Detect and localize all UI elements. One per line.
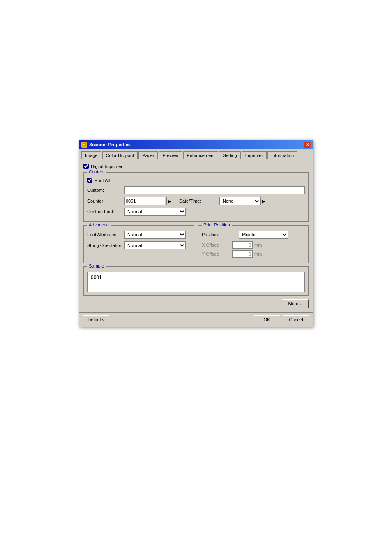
- sample-display: 0001: [87, 272, 305, 292]
- custom-font-label: Custom Font:: [87, 209, 124, 214]
- position-select[interactable]: Front Middle End: [239, 231, 288, 239]
- datetime-arrow-button[interactable]: ▶: [261, 197, 267, 205]
- position-row: Position: Front Middle End: [202, 231, 305, 239]
- cancel-button[interactable]: Cancel: [283, 315, 309, 324]
- tab-paper[interactable]: Paper: [138, 151, 158, 159]
- tab-preview[interactable]: Preview: [159, 151, 182, 159]
- digital-imprinter-checkbox[interactable]: [83, 164, 89, 169]
- string-orientation-label: String Orientation:: [87, 243, 124, 248]
- title-bar-left: Scanner Properties: [81, 142, 131, 148]
- bottom-divider: [0, 516, 392, 516]
- print-all-label: Print All: [95, 178, 110, 183]
- close-button[interactable]: ✕: [304, 142, 311, 148]
- advanced-print-row: Advanced Font Attributes: Normal Bold It…: [83, 225, 309, 266]
- y-offset-row: Y Offset: mm: [202, 250, 305, 258]
- advanced-group-label: Advanced: [87, 222, 111, 227]
- string-orientation-select[interactable]: Normal Rotated: [124, 241, 186, 249]
- y-offset-unit: mm: [254, 251, 262, 256]
- datetime-select[interactable]: None YYYY/MM/DD MM/DD/YYYY DD/MM/YYYY: [219, 197, 261, 205]
- string-orientation-row: String Orientation: Normal Rotated: [87, 241, 190, 249]
- custom-font-row: Custom Font: Normal Large Larger Extra L…: [87, 208, 305, 216]
- x-offset-input[interactable]: [232, 241, 253, 249]
- more-button-row: More...: [83, 299, 309, 308]
- scanner-properties-dialog: Scanner Properties ✕ Image Color Dropout…: [79, 140, 313, 327]
- custom-input[interactable]: [124, 186, 305, 194]
- digital-imprinter-label: Digital Imprinter: [91, 164, 122, 169]
- app-icon: [81, 142, 87, 148]
- counter-control: ▶: [124, 197, 173, 205]
- position-label: Position:: [202, 232, 239, 237]
- more-button[interactable]: More...: [282, 299, 309, 308]
- content-group: Content Print All Custom:: [83, 172, 309, 222]
- tab-imprinter[interactable]: Imprinter: [242, 151, 267, 159]
- tab-color-dropout[interactable]: Color Dropout: [102, 151, 138, 159]
- print-position-group-label: Print Position: [202, 222, 232, 227]
- font-attributes-label: Font Attributes:: [87, 232, 124, 237]
- tab-enhancement[interactable]: Enhancement: [183, 151, 219, 159]
- top-divider: [0, 66, 392, 66]
- tab-information[interactable]: Information: [267, 151, 297, 159]
- counter-arrow-button[interactable]: ▶: [166, 197, 173, 205]
- sample-group: Sample 0001: [83, 266, 309, 296]
- x-offset-label: X Offset:: [202, 242, 231, 247]
- datetime-select-control: None YYYY/MM/DD MM/DD/YYYY DD/MM/YYYY ▶: [219, 197, 267, 205]
- digital-imprinter-row: Digital Imprinter: [83, 164, 309, 169]
- y-offset-label: Y Offset:: [202, 251, 231, 256]
- x-offset-row: X Offset: mm: [202, 241, 305, 249]
- defaults-button[interactable]: Defaults: [83, 315, 109, 324]
- tabs-bar: Image Color Dropout Paper Preview Enhanc…: [79, 149, 313, 159]
- custom-font-select[interactable]: Normal Large Larger Extra Large: [124, 208, 186, 216]
- dialog-footer: Defaults OK Cancel: [79, 312, 313, 327]
- counter-label: Counter:: [87, 198, 124, 203]
- custom-label: Custom:: [87, 188, 124, 193]
- print-all-checkbox[interactable]: [87, 178, 92, 183]
- font-attributes-select[interactable]: Normal Bold Italic Bold Italic: [124, 231, 186, 239]
- x-offset-unit: mm: [254, 242, 262, 247]
- dialog-title: Scanner Properties: [89, 142, 131, 147]
- counter-input[interactable]: [124, 197, 165, 205]
- tab-setting[interactable]: Setting: [219, 151, 240, 159]
- content-group-label: Content: [87, 169, 106, 174]
- sample-value: 0001: [91, 274, 102, 280]
- print-all-row: Print All: [87, 178, 305, 183]
- advanced-group: Advanced Font Attributes: Normal Bold It…: [83, 225, 194, 263]
- datetime-label: Date/Time:: [179, 198, 216, 203]
- dialog-body: Digital Imprinter Content Print All: [79, 159, 313, 312]
- footer-right: OK Cancel: [254, 315, 309, 324]
- title-bar: Scanner Properties ✕: [79, 140, 313, 149]
- y-offset-input[interactable]: [232, 250, 253, 258]
- print-position-group: Print Position Position: Front Middle En…: [198, 225, 309, 263]
- counter-datetime-row: Counter: ▶ Date/Time: None YYYY/MM/DD: [87, 197, 305, 205]
- svg-rect-1: [83, 144, 85, 145]
- font-attributes-row: Font Attributes: Normal Bold Italic Bold…: [87, 231, 190, 239]
- custom-row: Custom:: [87, 186, 305, 194]
- sample-group-label: Sample: [87, 263, 106, 268]
- ok-button[interactable]: OK: [254, 315, 280, 324]
- tab-image[interactable]: Image: [81, 151, 101, 159]
